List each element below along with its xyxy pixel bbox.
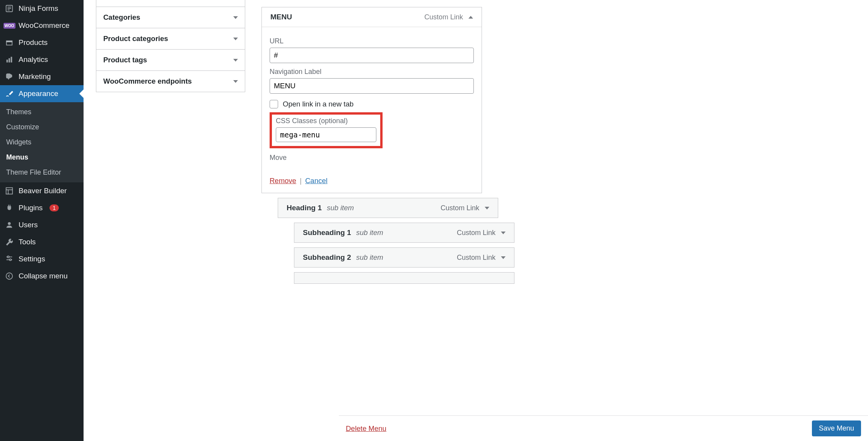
main-content: Categories Product categories Product ta… (84, 0, 868, 441)
css-classes-highlight: CSS Classes (optional) (270, 112, 383, 148)
submenu-menus[interactable]: Menus (0, 150, 84, 165)
nav-label-label: Navigation Label (270, 68, 474, 76)
brush-icon (5, 89, 14, 98)
sub-item-title: Subheading 1 (303, 228, 351, 237)
sub-item-title: Subheading 2 (303, 253, 351, 261)
wrench-icon (5, 237, 14, 247)
menu-item-subheading-1[interactable]: Subheading 1 sub item Custom Link (294, 223, 514, 243)
metabox-partial (96, 0, 245, 7)
sidebar-item-label: Beaver Builder (19, 187, 67, 195)
menu-item-subheading-2[interactable]: Subheading 2 sub item Custom Link (294, 247, 514, 268)
sidebar-item-label: Plugins (19, 204, 43, 212)
submenu-customize[interactable]: Customize (0, 120, 84, 135)
submenu-theme-file-editor[interactable]: Theme File Editor (0, 165, 84, 180)
sidebar-item-label: Marketing (19, 72, 51, 81)
cancel-link[interactable]: Cancel (305, 177, 328, 185)
svg-point-14 (7, 256, 9, 258)
chevron-down-icon (233, 38, 238, 40)
menu-item-menu: MENU Custom Link URL Navigation Label Op… (261, 7, 482, 193)
sub-item-suffix: sub item (327, 204, 354, 212)
new-tab-label: Open link in a new tab (283, 100, 354, 108)
chevron-down-icon (233, 80, 238, 83)
sidebar-item-label: Products (19, 38, 48, 47)
submenu-widgets[interactable]: Widgets (0, 135, 84, 150)
chevron-down-icon (233, 16, 238, 19)
sidebar-item-collapse[interactable]: Collapse menu (0, 268, 84, 285)
chevron-down-icon (501, 256, 506, 259)
sub-item-type: Custom Link (457, 229, 496, 237)
metabox-product-categories[interactable]: Product categories (96, 28, 245, 50)
svg-point-16 (9, 259, 11, 261)
metabox-woocommerce-endpoints[interactable]: WooCommerce endpoints (96, 71, 245, 92)
sub-item-suffix: sub item (356, 228, 383, 237)
woo-icon: WOO (5, 21, 14, 30)
sub-item-type: Custom Link (441, 204, 479, 212)
svg-rect-5 (7, 42, 12, 45)
layout-icon (5, 186, 14, 196)
user-icon (5, 220, 14, 230)
sidebar-item-ninja-forms[interactable]: Ninja Forms (0, 0, 84, 17)
svg-rect-9 (6, 188, 13, 194)
sidebar-item-woocommerce[interactable]: WOO WooCommerce (0, 17, 84, 34)
submenu-themes[interactable]: Themes (0, 105, 84, 120)
sidebar-item-analytics[interactable]: Analytics (0, 51, 84, 68)
menu-item-header[interactable]: MENU Custom Link (262, 7, 482, 27)
chevron-down-icon (501, 232, 506, 234)
archive-icon (5, 38, 14, 47)
collapse-icon (5, 271, 14, 281)
css-classes-input[interactable] (276, 127, 376, 142)
sidebar-item-label: Tools (19, 238, 36, 246)
menu-item-title: MENU (270, 13, 292, 21)
menu-item-type: Custom Link (424, 13, 463, 21)
metabox-categories[interactable]: Categories (96, 7, 245, 28)
move-label: Move (270, 154, 474, 162)
sidebar-item-label: WooCommerce (19, 21, 70, 30)
svg-point-12 (8, 222, 10, 225)
nav-label-input[interactable] (270, 78, 474, 94)
metabox-title: Product categories (103, 34, 168, 43)
svg-rect-6 (7, 60, 8, 62)
menu-item-placeholder[interactable] (294, 272, 514, 284)
save-menu-button[interactable]: Save Menu (812, 420, 861, 436)
chart-icon (5, 55, 14, 64)
admin-sidebar: Ninja Forms WOO WooCommerce Products Ana… (0, 0, 84, 441)
metabox-product-tags[interactable]: Product tags (96, 50, 245, 71)
plugins-badge: 1 (50, 204, 59, 211)
sub-item-title: Heading 1 (287, 204, 322, 212)
sidebar-item-marketing[interactable]: Marketing (0, 68, 84, 85)
css-classes-label: CSS Classes (optional) (276, 117, 376, 125)
sidebar-item-settings[interactable]: Settings (0, 251, 84, 268)
sliders-icon (5, 254, 14, 264)
menu-item-heading-1[interactable]: Heading 1 sub item Custom Link (278, 198, 498, 218)
metabox-title: WooCommerce endpoints (103, 77, 192, 86)
megaphone-icon (5, 72, 14, 81)
sidebar-item-users[interactable]: Users (0, 216, 84, 233)
sidebar-item-label: Collapse menu (19, 272, 68, 280)
chevron-down-icon (233, 59, 238, 62)
sidebar-item-appearance[interactable]: Appearance (0, 85, 84, 102)
chevron-up-icon (468, 16, 473, 19)
add-items-column: Categories Product categories Product ta… (84, 0, 258, 441)
url-input[interactable] (270, 48, 474, 63)
svg-rect-7 (9, 58, 10, 62)
svg-point-17 (6, 273, 13, 280)
sidebar-item-label: Settings (19, 255, 45, 263)
sidebar-item-tools[interactable]: Tools (0, 233, 84, 251)
delete-menu-link[interactable]: Delete Menu (346, 424, 386, 433)
new-tab-checkbox[interactable] (270, 100, 278, 108)
sub-item-suffix: sub item (356, 253, 383, 261)
menu-structure-column: MENU Custom Link URL Navigation Label Op… (258, 0, 868, 441)
sidebar-item-products[interactable]: Products (0, 34, 84, 51)
form-icon (5, 4, 14, 13)
sidebar-item-label: Analytics (19, 55, 48, 64)
menu-footer-bar: Delete Menu Save Menu (339, 415, 868, 441)
sidebar-item-plugins[interactable]: Plugins 1 (0, 199, 84, 216)
appearance-submenu: Themes Customize Widgets Menus Theme Fil… (0, 102, 84, 182)
plug-icon (5, 203, 14, 213)
metabox-title: Categories (103, 13, 140, 22)
metabox-title: Product tags (103, 56, 147, 64)
sub-item-type: Custom Link (457, 254, 496, 262)
sidebar-item-beaver-builder[interactable]: Beaver Builder (0, 182, 84, 199)
sidebar-item-label: Appearance (19, 89, 58, 98)
remove-link[interactable]: Remove (270, 177, 296, 185)
